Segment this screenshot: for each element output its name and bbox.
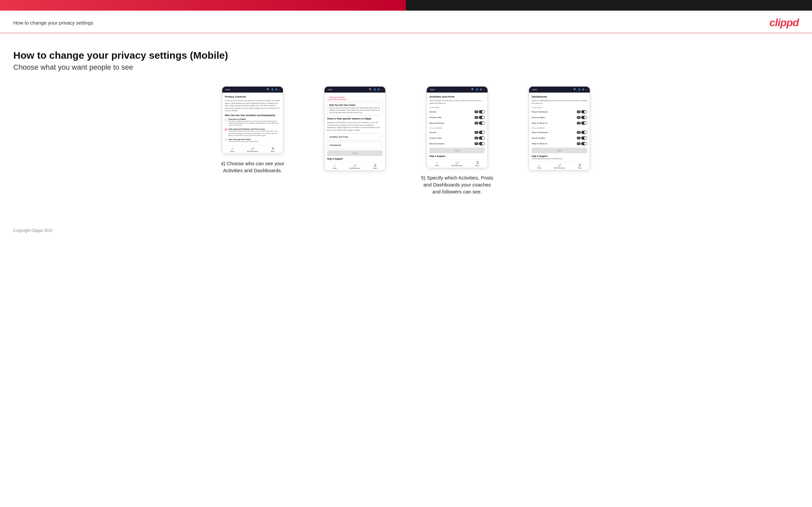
chevron-left-icon: ‹ (224, 89, 225, 91)
phone-1-icons: 🔍 👤 ⚙ ⌄ (267, 88, 281, 91)
mockup-group-3: ‹ Back 🔍 👤 ⚙ ⌄ Activities and Posts Sele… (411, 86, 504, 195)
toggle-2[interactable] (479, 116, 485, 119)
toggle-manual-followers[interactable]: Manual Activities ON (429, 142, 485, 146)
on-badge-5: ON (474, 137, 478, 139)
person-icon-3[interactable]: 👤 (475, 88, 478, 91)
nav-home-2[interactable]: ⌂ Home (324, 164, 345, 169)
mockup-group-4: ‹ Back 🔍 👤 ⚙ ⌄ Dashboards Select the das… (513, 86, 606, 171)
nav-home-4[interactable]: ⌂ Home (529, 164, 549, 169)
toggle-rounds-coaches[interactable]: Rounds ON (429, 110, 485, 114)
help-support-4: Help & Support (532, 155, 587, 157)
radio-only-you[interactable]: Only You and Your Coach Only you and the… (225, 138, 280, 143)
nav-performance-3[interactable]: 📈 My Performance (447, 161, 467, 167)
nav-home-3[interactable]: ⌂ Home (427, 161, 447, 167)
phone-1-back[interactable]: ‹ Back (224, 89, 230, 91)
radio-3-text: Only You and Your Coach Only you and the… (229, 138, 259, 143)
nav-menu-1[interactable]: ☰ Menu (263, 147, 283, 152)
phone-1-header: ‹ Back 🔍 👤 ⚙ ⌄ (222, 87, 283, 93)
nav-home-1[interactable]: ⌂ Home (222, 147, 243, 152)
menu-dashboards[interactable]: Dashboards › (327, 142, 383, 149)
popup-desc: Only you and the coaches you connect wit… (329, 107, 380, 114)
chart-icon-3: 📈 (455, 161, 459, 165)
search-icon[interactable]: 🔍 (267, 88, 270, 91)
toggle-5[interactable] (479, 136, 485, 140)
toggle-8[interactable] (581, 116, 587, 119)
radio-circle-2 (225, 128, 227, 131)
phone-4-header: ‹ Back 🔍 👤 ⚙ ⌄ (529, 87, 590, 93)
main-content: How to change your privacy settings (Mob… (0, 33, 812, 208)
phone-3-nav: ⌂ Home 📈 My Performance ☰ Menu (427, 159, 488, 168)
toggle-12[interactable] (581, 142, 587, 145)
nav-menu-2[interactable]: ☰ Menu (365, 164, 385, 169)
chart-icon-4: 📈 (558, 164, 561, 167)
toggle-player-dashboard-coaches[interactable]: Player Dashboard ON (532, 110, 587, 114)
settings-icon-3[interactable]: ⚙ (480, 88, 482, 91)
page-title: How to change your privacy settings (Mob… (13, 50, 799, 61)
page-subtitle: Choose what you want people to see (13, 63, 799, 72)
toggle-player-dashboard-followers[interactable]: Player Dashboard ON (532, 130, 587, 135)
on-badge-10: ON (577, 131, 581, 134)
caption-1: 4) Choose who can see your Activities an… (216, 160, 289, 174)
coaches-label-4: COACHES (532, 107, 587, 109)
home-icon-3: ⌂ (436, 161, 438, 165)
settings-icon[interactable]: ⚙ (275, 88, 277, 91)
search-icon-2[interactable]: 🔍 (369, 88, 372, 91)
on-badge-8: ON (577, 116, 581, 119)
toggle-practice-coaches[interactable]: Practice Drills ON (429, 115, 485, 120)
phone-2-nav: ⌂ Home 📈 My Performance ☰ Menu (324, 162, 385, 171)
radio-everyone[interactable]: Everyone on Clippd Everyone on Clippd ca… (225, 118, 280, 127)
phone-2-back[interactable]: ‹ Back (327, 89, 333, 91)
header: How to change your privacy settings clip… (0, 11, 812, 33)
toggle-what-to-work-followers[interactable]: What To Work On ON (532, 142, 587, 146)
person-icon[interactable]: 👤 (271, 88, 274, 91)
phone-4-back[interactable]: ‹ Back (531, 89, 537, 91)
chart-icon: 📈 (251, 147, 254, 150)
search-icon-4[interactable]: 🔍 (573, 88, 576, 91)
toggle-practice-followers[interactable]: Practice Drills ON (429, 136, 485, 140)
nav-performance-4[interactable]: 📈 My Performance (549, 164, 569, 169)
toggle-7[interactable] (581, 110, 587, 113)
nav-menu-3[interactable]: ☰ Menu (467, 161, 488, 167)
phone-3-desc: Select the types of activity that you'd … (429, 100, 485, 105)
popup-card: Only You and Your Coach Only you and the… (327, 102, 383, 116)
toggle-what-to-work-coaches[interactable]: What To Work On ON (532, 121, 587, 125)
save-button-4[interactable]: Save (532, 148, 587, 153)
person-icon-2[interactable]: 👤 (373, 88, 376, 91)
menu-activities[interactable]: Activities and Posts › (327, 133, 383, 140)
tab-privacy-controls[interactable]: Privacy Controls (327, 95, 347, 100)
radio-approved[interactable]: Only Approved Followers and Your Coach O… (225, 128, 280, 137)
toggle-9[interactable] (581, 121, 587, 125)
toggle-manual-coaches[interactable]: Manual Activities ON (429, 121, 485, 125)
phone-2-icons: 🔍 👤 ⚙ ⌄ (369, 88, 383, 91)
on-badge-4: ON (474, 131, 478, 134)
on-badge-7: ON (577, 111, 581, 113)
toggle-3[interactable] (479, 121, 485, 125)
phone-3-body: Activities and Posts Select the types of… (427, 93, 488, 157)
toggle-11[interactable] (581, 136, 587, 140)
phone-2-tabs: Privacy Controls (327, 95, 383, 100)
toggle-4[interactable] (479, 131, 485, 134)
settings-icon-2[interactable]: ⚙ (377, 88, 379, 91)
nav-menu-4[interactable]: ☰ Menu (569, 164, 590, 169)
radio-1-text: Everyone on Clippd Everyone on Clippd ca… (229, 118, 280, 127)
on-badge-6: ON (474, 143, 478, 145)
toggle-6[interactable] (479, 142, 485, 145)
nav-performance-1[interactable]: 📈 My Performance (243, 147, 263, 152)
toggle-round-insights-coaches[interactable]: Round Insights ON (532, 115, 587, 120)
save-button-2[interactable]: Save (327, 150, 383, 156)
menu-icon: ☰ (272, 147, 274, 150)
toggle-10[interactable] (581, 131, 587, 134)
nav-performance-2[interactable]: 📈 My Performance (345, 164, 365, 169)
on-badge-12: ON (577, 143, 581, 145)
person-icon-4[interactable]: 👤 (578, 88, 581, 91)
toggle-rounds-followers[interactable]: Rounds ON (429, 130, 485, 135)
top-bar (0, 0, 812, 11)
phone-3-back[interactable]: ‹ Back (429, 89, 435, 91)
on-badge-2: ON (474, 116, 478, 119)
toggle-1[interactable] (479, 110, 485, 113)
settings-icon-4[interactable]: ⚙ (582, 88, 584, 91)
search-icon-3[interactable]: 🔍 (471, 88, 474, 91)
toggle-round-insights-followers[interactable]: Round Insights ON (532, 136, 587, 140)
chevron-down-icon: ⌄ (278, 88, 281, 91)
save-button-3[interactable]: Save (429, 148, 485, 153)
